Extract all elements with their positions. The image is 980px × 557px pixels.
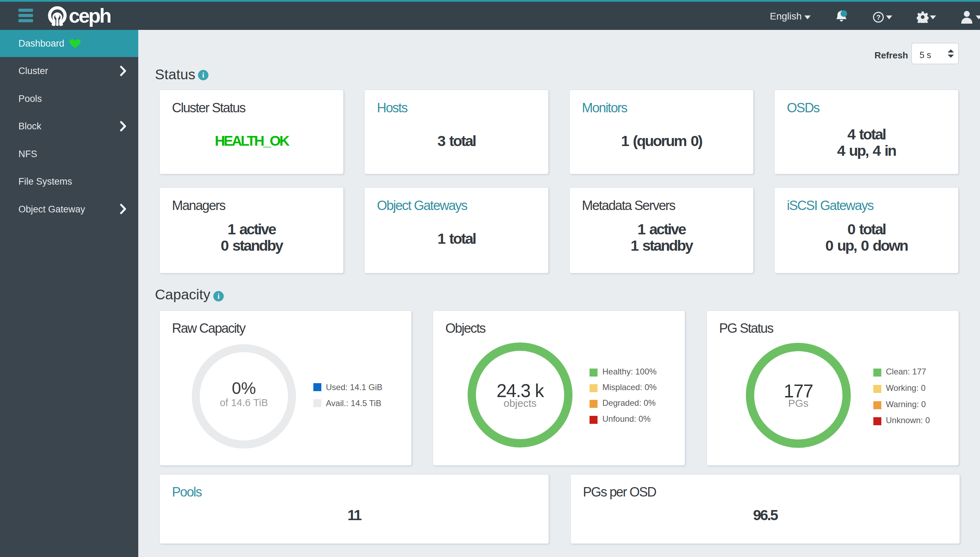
svg-text:?: ? — [876, 13, 880, 21]
